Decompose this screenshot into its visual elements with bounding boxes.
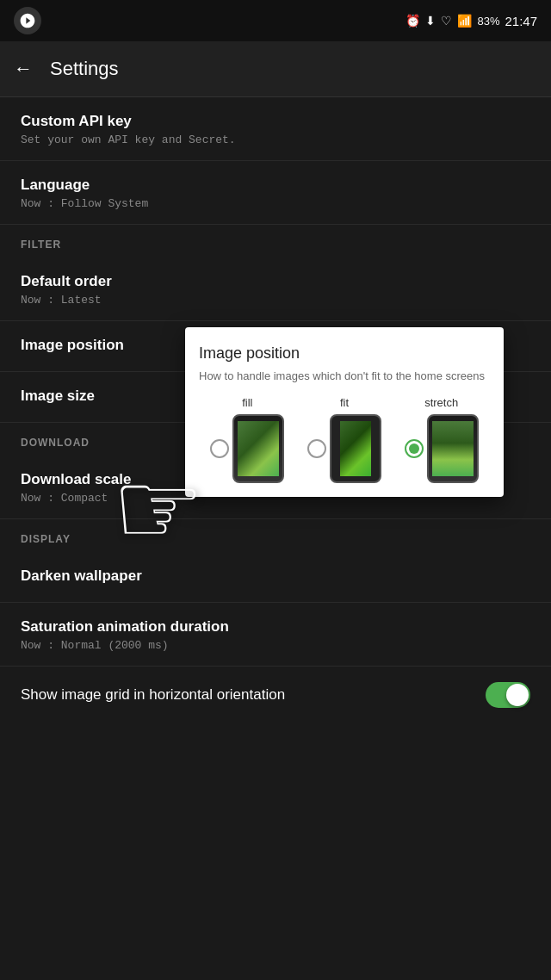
fit-row (307, 414, 381, 483)
signal-icon: 📶 (457, 14, 472, 28)
default-order-subtitle: Now : Latest (21, 294, 530, 307)
fit-label: fit (340, 396, 349, 409)
stretch-radio[interactable] (405, 439, 424, 458)
setting-darken-wallpaper[interactable]: Darken wallpaper (0, 552, 551, 603)
language-title: Language (21, 177, 530, 194)
fit-radio[interactable] (307, 439, 326, 458)
app-icon (14, 7, 41, 34)
setting-show-image-grid[interactable]: Show image grid in horizontal orientatio… (0, 667, 551, 723)
darken-wallpaper-title: Darken wallpaper (21, 568, 530, 585)
toggle-knob (506, 684, 529, 706)
setting-custom-api[interactable]: Custom API key Set your own API key and … (0, 97, 551, 161)
filter-section-header: FILTER (0, 225, 551, 257)
custom-api-title: Custom API key (21, 113, 530, 130)
fit-phone (330, 414, 381, 483)
alarm-icon: ⏰ (406, 14, 420, 28)
popup-option-fit[interactable]: fit (307, 396, 381, 483)
battery-label: 83% (477, 15, 499, 28)
stretch-phone (427, 414, 479, 483)
fill-phone (232, 414, 284, 483)
popup-title: Image position (199, 344, 490, 363)
stretch-radio-inner (409, 443, 419, 454)
default-order-title: Default order (21, 273, 530, 290)
saturation-animation-title: Saturation animation duration (21, 618, 530, 636)
saturation-animation-subtitle: Now : Normal (2000 ms) (21, 639, 530, 652)
fill-row (210, 414, 284, 483)
status-bar-right: ⏰ ⬇ ♡ 📶 83% 21:47 (406, 14, 537, 28)
show-image-grid-toggle[interactable] (486, 682, 530, 708)
popup-description: How to handle images which don't fit to … (199, 369, 490, 382)
back-button[interactable]: ← (14, 58, 33, 80)
popup-option-fill[interactable]: fill (210, 396, 284, 483)
stretch-label: stretch (424, 396, 458, 409)
show-image-grid-label: Show image grid in horizontal orientatio… (21, 686, 285, 704)
popup-options: fill fit stretch (199, 396, 490, 483)
setting-saturation-animation[interactable]: Saturation animation duration Now : Norm… (0, 603, 551, 667)
custom-api-subtitle: Set your own API key and Secret. (21, 133, 530, 146)
page-title: Settings (50, 58, 119, 80)
app-bar: ← Settings (0, 41, 551, 96)
time-label: 21:47 (505, 14, 537, 28)
display-section-header: DISPLAY (0, 519, 551, 552)
heart-icon: ♡ (441, 14, 452, 28)
language-subtitle: Now : Follow System (21, 197, 530, 210)
status-bar-left (14, 7, 41, 34)
setting-default-order[interactable]: Default order Now : Latest (0, 257, 551, 321)
download-icon: ⬇ (425, 14, 436, 28)
setting-language[interactable]: Language Now : Follow System (0, 161, 551, 225)
image-position-popup: Image position How to handle images whic… (185, 327, 504, 497)
fill-label: fill (242, 396, 252, 409)
popup-option-stretch[interactable]: stretch (405, 396, 479, 483)
fill-radio[interactable] (210, 439, 229, 458)
status-bar: ⏰ ⬇ ♡ 📶 83% 21:47 (0, 0, 551, 41)
stretch-row (405, 414, 479, 483)
